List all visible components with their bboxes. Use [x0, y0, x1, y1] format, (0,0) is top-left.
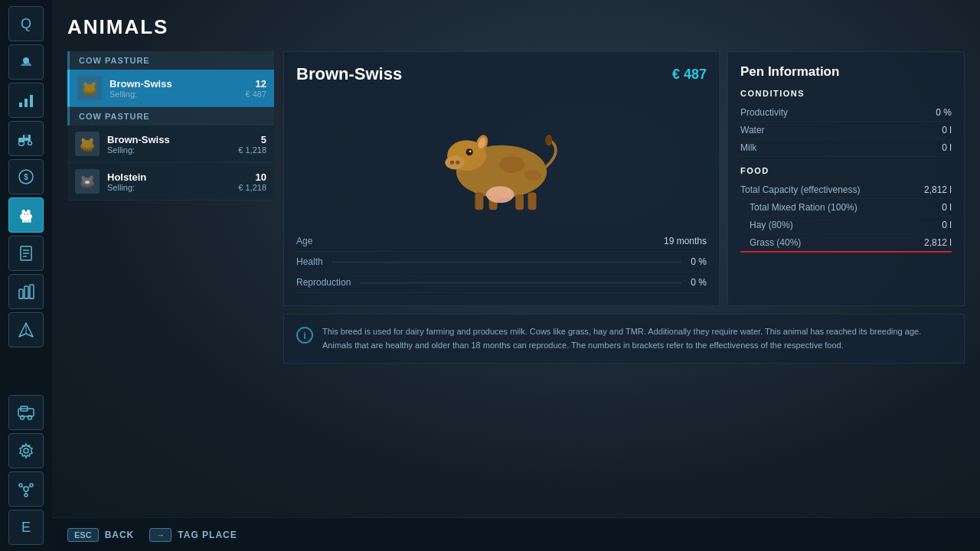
sidebar-item-animals[interactable] [8, 197, 44, 233]
stat-value-health: 0 % [691, 256, 707, 267]
pen-stat-value-productivity: 0 % [936, 107, 952, 118]
detail-top: Brown-Swiss € 487 [283, 51, 965, 306]
pen-stat-milk: Milk 0 l [740, 139, 952, 157]
svg-rect-48 [88, 93, 90, 96]
sidebar-item-map[interactable] [8, 312, 44, 347]
sidebar-item-money[interactable]: $ [8, 159, 44, 194]
sidebar-item-network[interactable] [8, 471, 44, 507]
svg-point-34 [28, 416, 32, 419]
animal-row-brown-swiss-2[interactable]: Brown-Swiss Selling: 5 € 1,218 [67, 126, 274, 163]
sidebar-item-q[interactable]: Q [8, 6, 44, 41]
network-icon [18, 481, 34, 497]
svg-rect-49 [90, 93, 92, 96]
svg-text:$: $ [24, 173, 28, 181]
svg-point-36 [24, 487, 28, 491]
svg-rect-77 [475, 192, 483, 210]
svg-rect-16 [29, 219, 31, 223]
svg-rect-55 [83, 148, 85, 152]
detail-panel: Brown-Swiss € 487 [283, 51, 965, 495]
animal-info-2: Brown-Swiss Selling: [107, 134, 230, 155]
sidebar-item-e[interactable]: E [8, 510, 44, 545]
svg-rect-2 [24, 99, 28, 107]
conditions-header: CONDITIONS [740, 89, 952, 98]
svg-rect-80 [528, 192, 537, 210]
esc-key: ESC [67, 528, 99, 542]
sidebar-item-vehicles[interactable] [8, 395, 44, 430]
tag-key: → [149, 528, 172, 542]
food-item-tmr: Total Mixed Ration (100%) 0 l [740, 199, 952, 217]
cow-illustration [425, 104, 578, 211]
svg-point-71 [450, 161, 454, 165]
svg-point-83 [499, 156, 524, 173]
svg-point-33 [21, 416, 24, 419]
back-action[interactable]: ESC BACK [67, 528, 134, 542]
tractor-icon [17, 131, 35, 146]
animal-info-holstein: Holstein Selling: [107, 171, 230, 192]
reproduction-bar [360, 282, 681, 284]
svg-point-39 [24, 494, 28, 497]
animal-price: € 487 [245, 90, 266, 99]
sidebar-item-weather[interactable] [8, 44, 44, 80]
animal-icon-cow [77, 76, 102, 100]
animal-row-holstein[interactable]: Holstein Selling: 10 € 1,218 [67, 163, 274, 201]
stat-label-age: Age [296, 236, 312, 246]
animal-subtitle-2: Selling: [107, 145, 230, 155]
svg-rect-27 [30, 285, 34, 298]
total-capacity-label: Total Capacity (effectiveness) [740, 184, 861, 195]
animal-count-2: 5 [238, 134, 266, 145]
svg-rect-65 [86, 187, 87, 189]
svg-point-35 [24, 448, 28, 453]
svg-line-40 [22, 487, 24, 488]
svg-rect-14 [24, 220, 27, 223]
svg-point-20 [27, 214, 28, 215]
animal-meta: 12 € 487 [245, 78, 266, 99]
animal-price-holstein: € 1,218 [238, 183, 266, 192]
svg-point-63 [85, 181, 90, 184]
svg-rect-3 [30, 95, 33, 107]
sidebar: Q $ [0, 0, 52, 551]
animal-price-2: € 1,218 [238, 145, 266, 155]
svg-point-76 [469, 150, 472, 152]
food-item-hay-label: Hay (80%) [750, 220, 793, 230]
food-header: FOOD [740, 166, 952, 175]
svg-point-81 [486, 186, 514, 203]
animal-name-holstein: Holstein [107, 171, 230, 183]
animal-info: Brown-Swiss Selling: [109, 78, 237, 99]
animal-count-holstein: 10 [238, 171, 266, 183]
sidebar-item-stats[interactable] [8, 83, 44, 118]
stat-label-reproduction: Reproduction [296, 277, 351, 288]
svg-rect-64 [83, 186, 85, 189]
contracts-icon [18, 245, 34, 262]
page-title: ANIMALS [67, 15, 965, 39]
animal-subtitle: Selling: [109, 90, 237, 99]
sidebar-item-tractor[interactable] [8, 121, 44, 156]
sidebar-item-settings[interactable] [8, 433, 44, 468]
tag-place-label: TAG PLACE [178, 530, 237, 540]
production-icon [18, 283, 34, 300]
animal-name: Brown-Swiss [109, 78, 237, 90]
detail-header: Brown-Swiss € 487 [296, 64, 707, 84]
stat-row-reproduction: Reproduction 0 % [296, 272, 707, 293]
settings-icon [18, 442, 34, 459]
svg-point-37 [19, 484, 22, 487]
stats-icon [18, 92, 34, 109]
food-item-hay: Hay (80%) 0 l [740, 217, 952, 234]
back-label: BACK [105, 530, 135, 540]
weather-icon [18, 54, 34, 70]
pen-stat-label-productivity: Productivity [740, 107, 788, 118]
svg-rect-67 [90, 186, 92, 189]
svg-rect-50 [93, 93, 94, 96]
svg-rect-1 [19, 103, 22, 107]
food-item-grass-label: Grass (40%) [750, 237, 801, 248]
sidebar-item-contracts[interactable] [8, 236, 44, 271]
main-content: ANIMALS COW PASTURE [52, 0, 980, 551]
svg-point-7 [28, 142, 32, 145]
vehicles-icon [17, 404, 35, 421]
tag-place-action[interactable]: → TAG PLACE [149, 528, 237, 542]
svg-rect-56 [86, 149, 87, 152]
pen-stat-value-milk: 0 l [942, 142, 952, 153]
sidebar-item-production[interactable] [8, 274, 44, 309]
animal-row-brown-swiss-1[interactable]: Brown-Swiss Selling: 12 € 487 [67, 70, 274, 107]
food-item-tmr-value: 0 l [942, 202, 952, 213]
description-panel: i This breed is used for dairy farming a… [283, 314, 965, 364]
